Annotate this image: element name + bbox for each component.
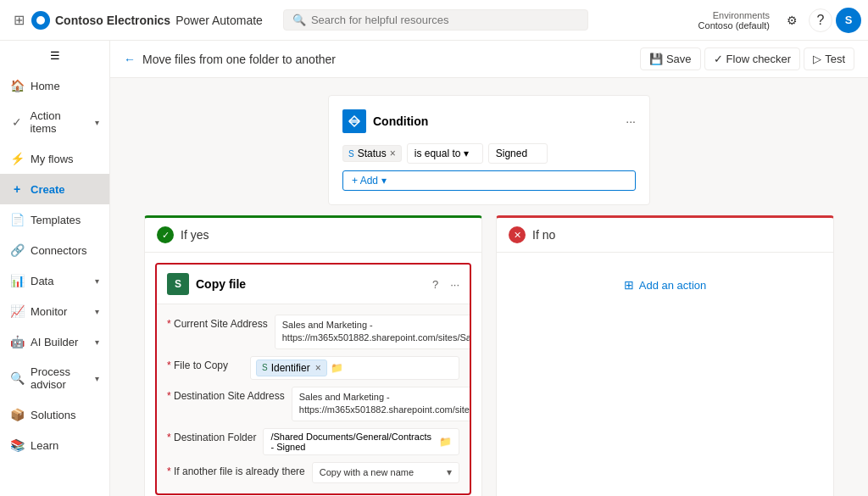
condition-menu-icon[interactable]: ··· bbox=[626, 114, 636, 128]
field-if-exists: If another file is already there Copy wi… bbox=[167, 462, 459, 483]
grid-icon[interactable]: ⊞ bbox=[14, 12, 25, 28]
canvas-area[interactable]: Condition ··· S Status × is equal to bbox=[110, 78, 868, 496]
condition-value[interactable]: Signed bbox=[488, 143, 548, 164]
sidebar-item-home[interactable]: 🏠 Home bbox=[0, 70, 109, 101]
process-advisor-icon: 🔍 bbox=[10, 371, 24, 385]
branch-yes-header: ✓ If yes bbox=[145, 218, 481, 253]
sidebar-label-learn: Learn bbox=[31, 439, 58, 452]
if-exists-input[interactable]: Copy with a new name ▾ bbox=[312, 462, 459, 483]
logo-circle bbox=[31, 11, 50, 30]
condition-add-button[interactable]: + Add ▾ bbox=[342, 170, 636, 191]
field-label-current-site: Current Site Address bbox=[167, 315, 268, 330]
field-dest-folder: Destination Folder /Shared Documents/Gen… bbox=[167, 428, 459, 455]
field-label-file-to-copy: File to Copy bbox=[167, 356, 243, 371]
branch-yes-label: If yes bbox=[181, 228, 209, 242]
help-icon[interactable]: ? bbox=[809, 8, 832, 32]
status-badge: S Status × bbox=[342, 145, 402, 162]
field-dest-site: Destination Site Address Sales and Marke… bbox=[167, 387, 459, 421]
condition-operator[interactable]: is equal to ▾ bbox=[407, 143, 483, 164]
search-input[interactable] bbox=[311, 14, 579, 26]
field-label-dest-folder: Destination Folder bbox=[167, 428, 256, 443]
condition-icon bbox=[342, 109, 366, 133]
branch-no-header: ✕ If no bbox=[497, 218, 833, 253]
status-icon: S bbox=[348, 149, 354, 159]
search-bar[interactable]: 🔍 bbox=[283, 9, 588, 31]
if-exists-arrow-icon: ▾ bbox=[447, 466, 452, 478]
app-logo: ⊞ Contoso Electronics Power Automate bbox=[7, 11, 270, 30]
file-browse-icon[interactable]: 📁 bbox=[331, 362, 343, 374]
yes-icon: ✓ bbox=[157, 226, 174, 243]
sidebar-item-monitor[interactable]: 📈 Monitor ▾ bbox=[0, 296, 109, 326]
menu-icon: ☰ bbox=[50, 49, 60, 62]
sidebar-item-action-items[interactable]: ✓ Action items ▾ bbox=[0, 101, 109, 143]
field-label-if-exists: If another file is already there bbox=[167, 462, 305, 479]
process-advisor-chevron-icon: ▾ bbox=[95, 374, 99, 383]
home-icon: 🏠 bbox=[10, 79, 24, 92]
monitor-chevron-icon: ▾ bbox=[95, 307, 99, 316]
logo-inner bbox=[36, 16, 45, 25]
templates-icon: 📄 bbox=[10, 213, 24, 226]
sidebar-item-ai-builder[interactable]: 🤖 AI Builder ▾ bbox=[0, 326, 109, 357]
branch-no: ✕ If no ⊞ Add an action bbox=[496, 215, 834, 496]
sidebar: ☰ 🏠 Home ✓ Action items ▾ ⚡ My flows + C… bbox=[0, 41, 110, 496]
sidebar-item-create[interactable]: + Create bbox=[0, 174, 109, 204]
sidebar-item-my-flows[interactable]: ⚡ My flows bbox=[0, 143, 109, 174]
sidebar-item-templates[interactable]: 📄 Templates bbox=[0, 204, 109, 235]
topbar-right: Environments Contoso (default) ⚙ ? S bbox=[698, 7, 861, 34]
action-card-body: Current Site Address Sales and Marketing… bbox=[157, 304, 470, 493]
action-app-icon: S bbox=[167, 273, 189, 295]
monitor-icon: 📈 bbox=[10, 304, 24, 318]
condition-title: Condition bbox=[373, 114, 619, 128]
copy-file-card: S Copy file ? ··· Current Site Address bbox=[155, 263, 471, 495]
sidebar-label-data: Data bbox=[31, 275, 53, 287]
flow-toolbar: ← Move files from one folder to another … bbox=[110, 41, 868, 78]
condition-block: Condition ··· S Status × is equal to bbox=[328, 95, 650, 205]
sidebar-label-home: Home bbox=[31, 80, 60, 92]
action-title: Copy file bbox=[196, 277, 426, 291]
current-site-input[interactable]: Sales and Marketing -https://m365x501882… bbox=[275, 315, 471, 349]
sidebar-toggle[interactable]: ☰ bbox=[0, 41, 109, 70]
learn-icon: 📚 bbox=[10, 438, 24, 452]
settings-icon[interactable]: ⚙ bbox=[778, 7, 805, 34]
data-chevron-icon: ▾ bbox=[95, 276, 99, 286]
avatar[interactable]: S bbox=[836, 8, 861, 33]
no-icon: ✕ bbox=[509, 226, 526, 243]
field-label-dest-site: Destination Site Address bbox=[167, 387, 285, 402]
sidebar-label-monitor: Monitor bbox=[31, 305, 67, 318]
dest-folder-browse-icon[interactable]: 📁 bbox=[439, 436, 452, 448]
branch-yes-content: S Copy file ? ··· Current Site Address bbox=[145, 253, 481, 496]
field-current-site: Current Site Address Sales and Marketing… bbox=[167, 315, 459, 349]
no-branch-add-action-button[interactable]: ⊞ Add an action bbox=[624, 278, 707, 292]
app-name: Power Automate bbox=[175, 14, 263, 27]
sidebar-label-my-flows: My flows bbox=[31, 153, 74, 165]
identifier-badge: S Identifier × bbox=[256, 359, 327, 376]
dest-folder-value: /Shared Documents/General/Contracts - Si… bbox=[270, 432, 432, 452]
action-menu-icon[interactable]: ··· bbox=[450, 278, 459, 291]
save-button[interactable]: 💾 Save bbox=[640, 47, 701, 70]
field-file-to-copy: File to Copy S Identifier × 📁 bbox=[167, 356, 459, 380]
sidebar-item-learn[interactable]: 📚 Learn bbox=[0, 430, 109, 460]
dest-site-input[interactable]: Sales and Marketing -https://m365x501882… bbox=[292, 387, 471, 421]
test-button[interactable]: ▷ Test bbox=[804, 47, 854, 70]
connectors-icon: 🔗 bbox=[10, 243, 24, 257]
sidebar-item-data[interactable]: 📊 Data ▾ bbox=[0, 265, 109, 296]
sidebar-item-solutions[interactable]: 📦 Solutions bbox=[0, 399, 109, 430]
environment-info: Environments Contoso (default) bbox=[698, 10, 770, 31]
ifno-add-icon: ⊞ bbox=[624, 278, 634, 292]
my-flows-icon: ⚡ bbox=[10, 152, 24, 165]
branch-no-label: If no bbox=[532, 228, 555, 242]
sidebar-item-connectors[interactable]: 🔗 Connectors bbox=[0, 235, 109, 265]
solutions-icon: 📦 bbox=[10, 408, 24, 421]
flow-checker-button[interactable]: ✓ Flow checker bbox=[704, 47, 801, 70]
company-name: Contoso Electronics bbox=[55, 14, 170, 27]
topbar: ⊞ Contoso Electronics Power Automate 🔍 E… bbox=[0, 0, 868, 41]
status-close-icon[interactable]: × bbox=[390, 148, 396, 159]
flow-title: Move files from one folder to another bbox=[142, 53, 336, 66]
ai-builder-icon: 🤖 bbox=[10, 335, 24, 348]
badge-close-icon[interactable]: × bbox=[315, 362, 321, 374]
back-button[interactable]: ← bbox=[124, 53, 136, 66]
sidebar-item-process-advisor[interactable]: 🔍 Process advisor ▾ bbox=[0, 357, 109, 399]
test-icon: ▷ bbox=[813, 53, 821, 65]
sidebar-label-process-advisor: Process advisor bbox=[31, 365, 88, 391]
action-help-icon[interactable]: ? bbox=[432, 278, 438, 291]
